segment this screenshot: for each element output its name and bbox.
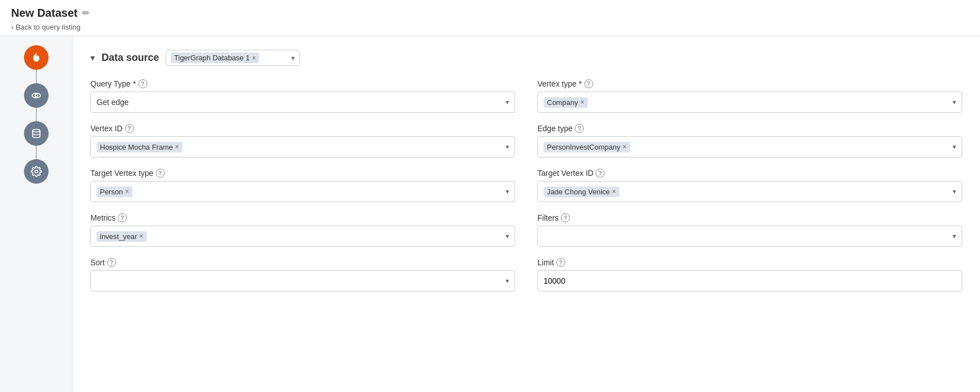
query-type-group: Query Type* ? Get edge ▾	[90, 79, 515, 113]
sort-label: Sort ?	[90, 258, 515, 267]
metrics-select[interactable]: invest_year × ▾	[90, 226, 515, 247]
target-vertex-type-tag-person: Person ×	[97, 187, 132, 197]
vertex-id-tag-hospice: Hospice Mocha Frame ×	[97, 142, 182, 152]
edge-type-help-icon[interactable]: ?	[575, 124, 584, 133]
query-type-label: Query Type* ?	[90, 79, 515, 88]
metrics-group: Metrics ? invest_year × ▾	[90, 213, 515, 247]
eye-icon[interactable]	[24, 83, 49, 108]
back-label: Back to query listing	[16, 23, 80, 31]
vertex-type-tag-company: Company ×	[544, 97, 588, 108]
target-vertex-id-help-icon[interactable]: ?	[595, 169, 604, 178]
target-vertex-type-tags: Person ×	[97, 187, 506, 197]
metrics-tag-invest-year: invest_year ×	[97, 231, 147, 242]
limit-group: Limit ?	[537, 258, 962, 291]
page: New Dataset ✏ ‹ Back to query listing	[0, 0, 980, 392]
limit-label: Limit ?	[537, 258, 962, 267]
header: New Dataset ✏ ‹ Back to query listing	[0, 0, 980, 36]
query-type-chevron-icon: ▾	[506, 98, 509, 106]
metrics-label: Metrics ?	[90, 213, 515, 222]
vertex-id-help-icon[interactable]: ?	[125, 124, 134, 133]
datasource-tag-label: TigerGraph Database 1	[174, 54, 249, 62]
form-grid: Query Type* ? Get edge ▾ Vertex type* ?	[90, 79, 962, 291]
fire-icon[interactable]	[24, 45, 49, 70]
datasource-tag: TigerGraph Database 1 ×	[171, 52, 259, 63]
limit-help-icon[interactable]: ?	[556, 258, 565, 267]
vertex-id-tag-close-icon[interactable]: ×	[175, 143, 179, 151]
filters-group: Filters ? ▾	[537, 213, 962, 247]
edge-type-tag-personinvest: PersonInvestCompany ×	[544, 142, 630, 152]
target-vertex-id-tags: Jade Chong Venice ×	[544, 187, 953, 197]
vertex-type-tags: Company ×	[544, 97, 953, 108]
back-chevron-icon: ‹	[11, 23, 13, 31]
sort-select[interactable]: ▾	[90, 270, 515, 291]
vertex-type-tag-close-icon[interactable]: ×	[580, 98, 584, 106]
sort-help-icon[interactable]: ?	[107, 258, 116, 267]
target-vertex-type-tag-close-icon[interactable]: ×	[125, 188, 129, 195]
sidebar	[0, 36, 73, 392]
target-vertex-id-group: Target Vertex ID ? Jade Chong Venice × ▾	[537, 169, 962, 202]
sidebar-connector-1	[36, 70, 37, 83]
vertex-type-help-icon[interactable]: ?	[584, 79, 593, 88]
target-vertex-id-select[interactable]: Jade Chong Venice × ▾	[537, 181, 962, 202]
sort-group: Sort ? ▾	[90, 258, 515, 291]
gear-icon[interactable]	[24, 159, 49, 184]
datasource-section-header: ▾ Data source TigerGraph Database 1 × ▾	[90, 50, 962, 66]
sidebar-item-settings	[24, 159, 49, 184]
page-title-row: New Dataset ✏	[11, 7, 969, 20]
edge-type-group: Edge type ? PersonInvestCompany × ▾	[537, 124, 962, 157]
vertex-id-label: Vertex ID ?	[90, 124, 515, 133]
edge-type-label: Edge type ?	[537, 124, 962, 133]
filters-select[interactable]: ▾	[537, 226, 962, 247]
datasource-chevron-icon: ▾	[287, 54, 295, 62]
query-type-help-icon[interactable]: ?	[138, 79, 147, 88]
sort-chevron-icon: ▾	[506, 277, 509, 285]
svg-point-2	[32, 130, 40, 132]
sidebar-connector-2	[36, 108, 37, 121]
target-vertex-type-group: Target Vertex type ? Person × ▾	[90, 169, 515, 202]
target-vertex-type-help-icon[interactable]: ?	[156, 169, 165, 178]
target-vertex-id-label: Target Vertex ID ?	[537, 169, 962, 178]
vertex-type-select[interactable]: Company × ▾	[537, 92, 962, 113]
metrics-help-icon[interactable]: ?	[118, 213, 127, 222]
edge-type-select[interactable]: PersonInvestCompany × ▾	[537, 136, 962, 157]
edge-type-tag-close-icon[interactable]: ×	[623, 143, 627, 151]
filters-label: Filters ?	[537, 213, 962, 222]
vertex-id-group: Vertex ID ? Hospice Mocha Frame × ▾	[90, 124, 515, 157]
target-vertex-id-chevron-icon: ▾	[953, 188, 956, 195]
vertex-type-chevron-icon: ▾	[953, 98, 956, 106]
target-vertex-id-tag-jade: Jade Chong Venice ×	[544, 187, 619, 197]
edge-type-chevron-icon: ▾	[953, 143, 956, 151]
target-vertex-id-tag-close-icon[interactable]: ×	[612, 188, 616, 195]
sidebar-item-database	[24, 121, 49, 146]
back-link[interactable]: ‹ Back to query listing	[11, 23, 969, 36]
datasource-selector[interactable]: TigerGraph Database 1 × ▾	[166, 50, 300, 66]
target-vertex-type-chevron-icon: ▾	[506, 188, 509, 195]
metrics-tags: invest_year ×	[97, 231, 506, 242]
filters-help-icon[interactable]: ?	[561, 213, 570, 222]
svg-point-3	[35, 170, 37, 173]
datasource-section-title: Data source	[102, 52, 159, 64]
sidebar-item-eye	[24, 83, 49, 108]
database-icon[interactable]	[24, 121, 49, 146]
vertex-id-tags: Hospice Mocha Frame ×	[97, 142, 506, 152]
target-vertex-type-select[interactable]: Person × ▾	[90, 181, 515, 202]
query-type-select[interactable]: Get edge ▾	[90, 92, 515, 113]
edit-title-icon[interactable]: ✏	[82, 8, 89, 18]
vertex-id-chevron-icon: ▾	[506, 143, 509, 151]
datasource-tag-close-icon[interactable]: ×	[252, 54, 256, 62]
main-layout: ▾ Data source TigerGraph Database 1 × ▾ …	[0, 36, 980, 392]
query-type-value: Get edge	[97, 98, 129, 107]
vertex-type-group: Vertex type* ? Company × ▾	[537, 79, 962, 113]
sidebar-item-fire	[24, 45, 49, 70]
vertex-type-label: Vertex type* ?	[537, 79, 962, 88]
sidebar-connector-3	[36, 146, 37, 159]
limit-input[interactable]	[537, 270, 962, 291]
metrics-chevron-icon: ▾	[506, 232, 509, 240]
vertex-id-select[interactable]: Hospice Mocha Frame × ▾	[90, 136, 515, 157]
content-area: ▾ Data source TigerGraph Database 1 × ▾ …	[73, 36, 980, 392]
edge-type-tags: PersonInvestCompany ×	[544, 142, 953, 152]
section-toggle-icon[interactable]: ▾	[90, 52, 95, 63]
target-vertex-type-label: Target Vertex type ?	[90, 169, 515, 178]
metrics-tag-close-icon[interactable]: ×	[139, 232, 143, 240]
svg-point-1	[35, 94, 37, 97]
